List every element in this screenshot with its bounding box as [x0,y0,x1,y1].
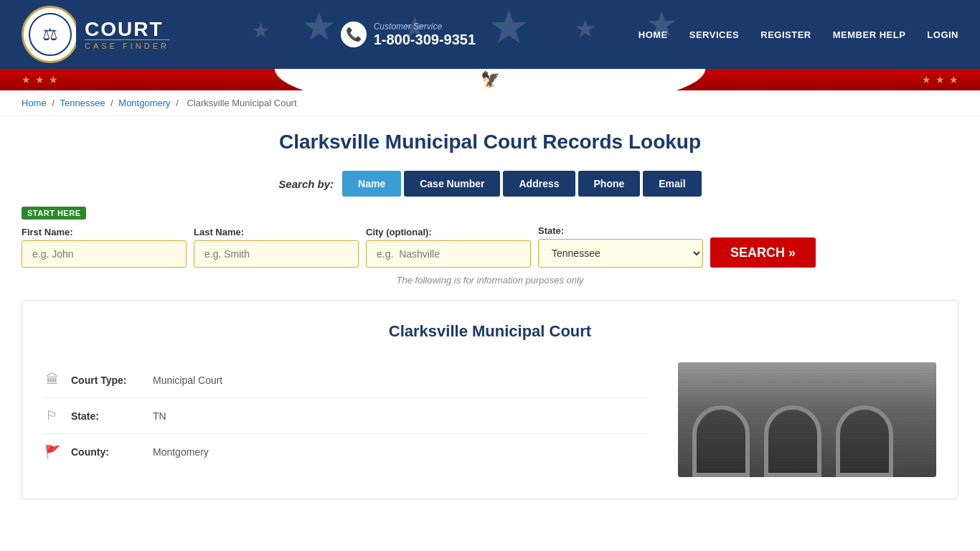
phone-icon: 📞 [341,22,367,47]
court-info-card: Clarksville Municipal Court 🏛 Court Type… [22,300,958,499]
court-details: 🏛 Court Type: Municipal Court 🏳 State: T… [44,362,936,477]
state-icon: 🏳 [44,408,61,423]
breadcrumb-sep-3: / [176,98,181,108]
city-label: City (optional): [366,227,531,237]
search-form: First Name: Last Name: City (optional): … [22,225,958,268]
start-here-badge: START HERE [22,207,958,225]
arc-stars-right: ★★★ [922,74,958,85]
logo-text: COURT CASE FINDER [76,17,178,53]
breadcrumb-county[interactable]: Montgomery [118,98,170,108]
state-group: State: Tennessee Alabama Alaska Arizona … [538,225,703,268]
main-nav: HOME SERVICES REGISTER MEMBER HELP LOGIN [639,29,958,40]
county-value: Montgomery [153,446,209,458]
arch-2 [764,405,821,477]
court-card-title: Clarksville Municipal Court [44,322,936,341]
site-logo: ⚖ COURT CASE FINDER [22,6,178,63]
breadcrumb-sep-2: / [110,98,116,108]
phone-area: 📞 Customer Service 1-800-309-9351 [341,22,476,48]
breadcrumb-current: Clarksville Municipal Court [187,98,296,108]
breadcrumb-state[interactable]: Tennessee [60,98,105,108]
nav-member-help[interactable]: MEMBER HELP [833,29,906,40]
tab-case-number[interactable]: Case Number [404,171,500,197]
nav-services[interactable]: SERVICES [689,29,740,40]
state-label-row: State: [71,410,143,422]
city-group: City (optional): [366,227,531,268]
court-image [678,362,936,477]
phone-info: Customer Service 1-800-309-9351 [374,22,476,48]
tab-name[interactable]: Name [342,171,401,197]
state-row: 🏳 State: TN [44,398,649,434]
logo-case-finder-text: CASE FINDER [85,39,169,50]
page-title: Clarksville Municipal Court Records Look… [22,131,958,154]
county-icon: 🚩 [44,444,61,460]
search-button[interactable]: SEARCH » [710,237,816,268]
nav-register[interactable]: REGISTER [760,29,811,40]
county-row: 🚩 County: Montgomery [44,434,649,470]
last-name-group: Last Name: [194,227,359,268]
court-type-label: Court Type: [71,375,143,386]
arch-1 [692,405,750,477]
last-name-input[interactable] [194,240,359,268]
arc-stars-left: ★★★ [22,74,58,85]
nav-login[interactable]: LOGIN [927,29,958,40]
court-image-bg [678,362,936,477]
court-type-icon: 🏛 [44,372,61,387]
court-info-rows: 🏛 Court Type: Municipal Court 🏳 State: T… [44,362,649,477]
last-name-label: Last Name: [194,227,359,237]
state-select[interactable]: Tennessee Alabama Alaska Arizona Arkansa… [538,239,703,268]
info-note: The following is for information purpose… [22,275,958,286]
city-input[interactable] [366,240,531,268]
first-name-input[interactable] [22,240,187,268]
first-name-label: First Name: [22,227,187,237]
tab-phone[interactable]: Phone [578,171,641,197]
phone-number: 1-800-309-9351 [374,32,476,48]
logo-court-text: COURT [85,19,169,39]
start-here-text: START HERE [22,207,86,220]
main-content: Clarksville Municipal Court Records Look… [0,116,980,514]
eagle-icon: 🦅 [481,70,500,89]
tab-email[interactable]: Email [643,171,701,197]
state-value: TN [153,410,166,422]
logo-icon: ⚖ [29,13,72,56]
breadcrumb-home[interactable]: Home [22,98,47,108]
court-type-value: Municipal Court [153,375,222,386]
site-header: ★ ★ ★ ★ ★ ★ ⚖ COURT CASE FINDER 📞 Custom… [0,0,980,69]
tab-address[interactable]: Address [503,171,575,197]
breadcrumb-sep-1: / [52,98,57,108]
arc-banner: ★★★ 🦅 ★★★ [0,69,980,90]
first-name-group: First Name: [22,227,187,268]
search-by-row: Search by: Name Case Number Address Phon… [22,171,958,197]
breadcrumb: Home / Tennessee / Montgomery / Clarksvi… [0,90,980,116]
court-type-row: 🏛 Court Type: Municipal Court [44,362,649,398]
state-label: State: [538,225,703,236]
search-by-label: Search by: [278,178,334,190]
logo-circle: ⚖ [22,6,79,63]
phone-label: Customer Service [374,22,476,32]
nav-home[interactable]: HOME [639,29,668,40]
county-label: County: [71,446,143,458]
arch-3 [836,405,893,477]
